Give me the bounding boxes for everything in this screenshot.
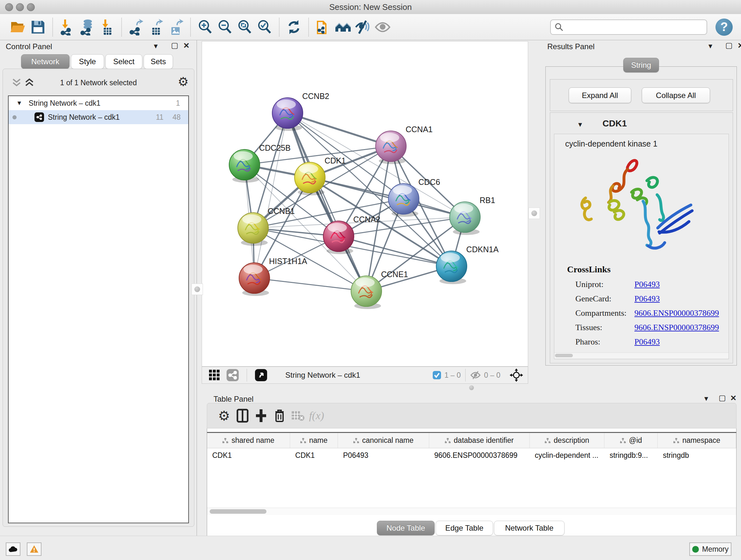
network-edge[interactable] bbox=[287, 113, 391, 146]
tab-node-table[interactable]: Node Table bbox=[377, 521, 434, 536]
table-hscrollbar[interactable] bbox=[207, 508, 736, 515]
column-header-namespace[interactable]: namespace bbox=[658, 433, 736, 448]
zoom-fit-button[interactable] bbox=[235, 17, 255, 37]
import-network-button[interactable] bbox=[57, 17, 77, 37]
table-cell[interactable]: stringdb:9... bbox=[604, 451, 658, 460]
expand-all-button[interactable]: Expand All bbox=[569, 87, 631, 103]
section-collapse-icon[interactable]: ▼ bbox=[577, 121, 583, 128]
results-panel-float-button[interactable]: ▾ bbox=[709, 42, 712, 50]
table-cell[interactable]: CDK1 bbox=[290, 451, 338, 460]
import-database-button[interactable] bbox=[77, 17, 97, 37]
network-edge[interactable] bbox=[310, 178, 465, 217]
right-splitter-grip[interactable] bbox=[529, 207, 540, 219]
control-panel-maximize-button[interactable]: ▢ bbox=[171, 42, 179, 49]
table-cell[interactable]: stringdb bbox=[658, 451, 736, 460]
tab-sets[interactable]: Sets bbox=[144, 54, 173, 69]
network-edge[interactable] bbox=[254, 278, 366, 291]
column-header-name[interactable]: name bbox=[290, 433, 338, 448]
export-network-button[interactable] bbox=[126, 17, 146, 37]
control-panel-close-button[interactable]: ✕ bbox=[183, 42, 190, 50]
splitter-dot[interactable] bbox=[469, 385, 474, 390]
crosslink-row: Compartments:9606.ENSP00000378699 bbox=[576, 306, 725, 320]
crosslink-link[interactable]: P06493 bbox=[634, 280, 660, 289]
home-button[interactable] bbox=[333, 17, 353, 37]
network-node-hist1h1a[interactable]: HIST1H1A bbox=[239, 257, 307, 296]
close-window-button[interactable] bbox=[5, 3, 13, 11]
tab-string[interactable]: String bbox=[623, 58, 659, 72]
column-header-shared-name[interactable]: shared name bbox=[207, 433, 290, 448]
left-splitter-grip[interactable] bbox=[192, 284, 203, 295]
minimize-window-button[interactable] bbox=[16, 3, 24, 11]
results-hscrollbar[interactable] bbox=[554, 353, 729, 359]
refresh-button[interactable] bbox=[284, 17, 304, 37]
network-tree-child-row[interactable]: String Network – cdk1 11 48 bbox=[9, 110, 188, 124]
delete-column-trash-icon[interactable] bbox=[270, 408, 289, 424]
crosslink-link[interactable]: P06493 bbox=[634, 337, 660, 347]
network-node-rb1[interactable]: RB1 bbox=[450, 196, 495, 235]
network-tree-root-row[interactable]: ▼ String Network – cdk1 1 bbox=[9, 96, 188, 110]
tab-edge-table[interactable]: Edge Table bbox=[435, 521, 493, 536]
table-settings-gear-icon[interactable]: ⚙ bbox=[215, 408, 233, 424]
results-panel-maximize-button[interactable]: ▢ bbox=[725, 42, 733, 49]
help-button[interactable]: ? bbox=[716, 18, 733, 36]
maximize-window-button[interactable] bbox=[27, 3, 35, 11]
column-header-database-identifier[interactable]: database identifier bbox=[429, 433, 530, 448]
crosslink-link[interactable]: P06493 bbox=[634, 294, 660, 304]
control-panel-float-button[interactable]: ▾ bbox=[154, 42, 158, 50]
table-panel-float-button[interactable]: ▾ bbox=[704, 395, 708, 402]
crosslink-link[interactable]: 9606.ENSP00000378699 bbox=[634, 323, 719, 332]
warning-status-button[interactable] bbox=[27, 543, 42, 556]
network-canvas[interactable]: CCNB2CCNA1CDC25BCDK1CDC6RB1CCNB1CCNA2CDK… bbox=[202, 41, 528, 367]
table-panel-close-button[interactable]: ✕ bbox=[730, 394, 737, 402]
zoom-in-button[interactable] bbox=[195, 17, 215, 37]
export-image-button[interactable] bbox=[166, 17, 186, 37]
birds-eye-view-icon[interactable] bbox=[255, 369, 267, 381]
save-session-button[interactable] bbox=[28, 17, 48, 37]
network-edge[interactable] bbox=[254, 113, 287, 278]
results-hscrollbar-thumb[interactable] bbox=[555, 354, 573, 357]
add-column-icon[interactable] bbox=[252, 408, 270, 424]
gene-section-title[interactable]: CDK1 bbox=[603, 118, 627, 129]
search-input[interactable] bbox=[563, 22, 706, 32]
network-node-cdkn1a[interactable]: CDKN1A bbox=[436, 245, 499, 284]
import-table-button[interactable] bbox=[97, 17, 117, 37]
table-row[interactable]: CDK1CDK1P064939606.ENSP00000378699cyclin… bbox=[207, 448, 736, 462]
table-cell[interactable]: 9606.ENSP00000378699 bbox=[429, 451, 530, 460]
string-network-graph[interactable]: CCNB2CCNA1CDC25BCDK1CDC6RB1CCNB1CCNA2CDK… bbox=[202, 42, 528, 366]
zoom-selected-button[interactable] bbox=[255, 17, 274, 37]
horizontal-splitter[interactable] bbox=[202, 384, 741, 392]
column-header-canonical-name[interactable]: canonical name bbox=[338, 433, 429, 448]
crosslink-link[interactable]: 9606.ENSP00000378699 bbox=[634, 308, 719, 318]
table-panel-maximize-button[interactable]: ▢ bbox=[719, 394, 726, 401]
network-share-view-icon[interactable] bbox=[226, 369, 239, 381]
memory-button[interactable]: Memory bbox=[689, 543, 731, 556]
column-header--id[interactable]: @id bbox=[604, 433, 658, 448]
show-columns-icon[interactable] bbox=[233, 408, 252, 424]
results-panel-close-button[interactable]: ✕ bbox=[738, 42, 741, 50]
grid-view-icon[interactable] bbox=[208, 369, 220, 381]
open-session-button[interactable] bbox=[8, 17, 28, 37]
tree-expand-icon[interactable]: ▼ bbox=[16, 100, 22, 107]
cloud-status-button[interactable] bbox=[6, 543, 20, 556]
export-table-button[interactable] bbox=[146, 17, 166, 37]
show-panel-button[interactable] bbox=[373, 17, 393, 37]
collapse-all-button[interactable]: Collapse All bbox=[642, 87, 710, 103]
table-cell[interactable]: CDK1 bbox=[207, 451, 290, 460]
network-edge[interactable] bbox=[339, 236, 452, 266]
tab-select[interactable]: Select bbox=[105, 54, 142, 69]
tab-style[interactable]: Style bbox=[71, 54, 104, 69]
network-node-cdc6[interactable]: CDC6 bbox=[388, 178, 440, 217]
selected-checkbox-icon[interactable] bbox=[432, 371, 441, 380]
network-options-gear-icon[interactable]: ⚙ bbox=[178, 75, 189, 89]
tab-network[interactable]: Network bbox=[21, 54, 70, 69]
table-cell[interactable]: cyclin-dependent ... bbox=[530, 451, 604, 460]
tab-network-table[interactable]: Network Table bbox=[494, 521, 564, 536]
share-session-button[interactable] bbox=[313, 17, 333, 37]
table-hscrollbar-thumb[interactable] bbox=[210, 509, 266, 514]
hide-panel-button[interactable] bbox=[353, 17, 373, 37]
column-header-description[interactable]: description bbox=[530, 433, 604, 448]
network-node-cdk1[interactable]: CDK1 bbox=[294, 156, 346, 195]
zoom-out-button[interactable] bbox=[215, 17, 235, 37]
pan-crosshair-icon[interactable] bbox=[509, 368, 523, 382]
table-cell[interactable]: P06493 bbox=[338, 451, 429, 460]
